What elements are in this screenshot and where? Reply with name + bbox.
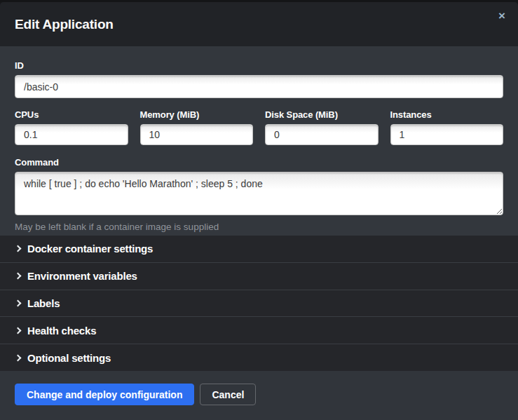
- modal-footer: Change and deploy configuration Cancel: [0, 371, 518, 420]
- chevron-right-icon: [15, 300, 22, 307]
- chevron-right-icon: [15, 245, 22, 252]
- resources-row: CPUs Memory (MiB) Disk Space (MiB) Insta…: [15, 109, 503, 145]
- section-label: Docker container settings: [27, 243, 153, 255]
- cancel-button[interactable]: Cancel: [200, 384, 256, 405]
- instances-label: Instances: [390, 109, 504, 120]
- id-input[interactable]: [15, 75, 503, 98]
- section-label: Labels: [27, 297, 60, 309]
- disk-field-group: Disk Space (MiB): [265, 109, 379, 145]
- command-label: Command: [15, 157, 503, 168]
- change-and-deploy-button[interactable]: Change and deploy configuration: [15, 384, 194, 405]
- command-help-text: May be left blank if a container image i…: [15, 222, 503, 232]
- edit-application-modal: Edit Application × ID CPUs Memory (MiB) …: [0, 0, 518, 420]
- section-label: Environment variables: [27, 270, 137, 282]
- memory-field-group: Memory (MiB): [140, 109, 254, 145]
- chevron-right-icon: [15, 354, 22, 361]
- chevron-right-icon: [15, 327, 22, 334]
- cpus-field-group: CPUs: [15, 109, 128, 145]
- instances-input[interactable]: [390, 124, 504, 145]
- section-optional-settings[interactable]: Optional settings: [0, 344, 518, 371]
- id-field-group: ID: [15, 60, 503, 98]
- section-labels[interactable]: Labels: [0, 290, 518, 318]
- cpus-label: CPUs: [15, 109, 128, 120]
- disk-label: Disk Space (MiB): [265, 109, 379, 120]
- close-icon[interactable]: ×: [495, 10, 509, 24]
- section-docker-container-settings[interactable]: Docker container settings: [0, 236, 518, 263]
- memory-input[interactable]: [140, 124, 254, 145]
- disk-input[interactable]: [265, 124, 379, 145]
- modal-dialog: Edit Application × ID CPUs Memory (MiB) …: [0, 2, 518, 420]
- section-label: Optional settings: [27, 352, 111, 364]
- application-form: ID CPUs Memory (MiB) Disk Space (MiB) In: [0, 46, 518, 236]
- command-field-group: Command while [ true ] ; do echo 'Hello …: [15, 157, 503, 232]
- memory-label: Memory (MiB): [140, 109, 254, 120]
- modal-header: Edit Application ×: [0, 2, 518, 46]
- section-label: Health checks: [27, 325, 96, 337]
- section-health-checks[interactable]: Health checks: [0, 317, 518, 344]
- id-label: ID: [15, 60, 503, 71]
- collapsible-sections: Docker container settings Environment va…: [0, 236, 518, 371]
- instances-field-group: Instances: [390, 109, 504, 145]
- section-environment-variables[interactable]: Environment variables: [0, 263, 518, 290]
- modal-title: Edit Application: [15, 17, 114, 32]
- chevron-right-icon: [15, 273, 22, 280]
- cpus-input[interactable]: [15, 124, 128, 145]
- command-input[interactable]: while [ true ] ; do echo 'Hello Marathon…: [15, 172, 503, 215]
